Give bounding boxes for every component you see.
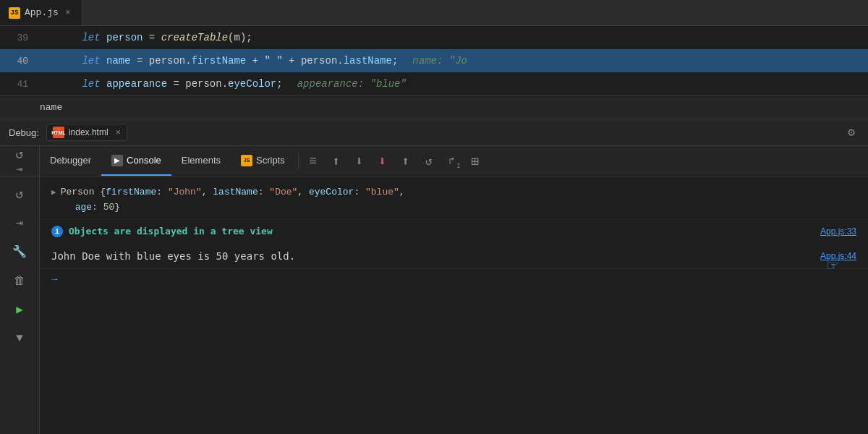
side-panel: ↺ ⇥ 🔧 🗑 ▶ ▼ bbox=[0, 176, 40, 434]
debug-label: Debug: bbox=[9, 127, 39, 138]
code-editor: 39 let person = createTable(m); 40 let n… bbox=[0, 26, 868, 95]
hint-bar-text: name bbox=[40, 102, 62, 113]
var: person bbox=[106, 32, 142, 43]
main-content: ↺ ⇥ 🔧 🗑 ▶ ▼ ▶ Person {firstName: "John",… bbox=[0, 176, 868, 434]
debug-file-name: index.html bbox=[69, 127, 109, 137]
var: name bbox=[106, 55, 131, 67]
property: eyeColor bbox=[228, 78, 276, 90]
keyword: let bbox=[82, 78, 106, 90]
console-object-entry: ▶ Person {firstName: "John", lastName: "… bbox=[40, 182, 868, 219]
console-text-entry: John Doe with blue eyes is 50 years old.… bbox=[40, 244, 868, 268]
toolbar-stepdown-button[interactable]: ⬇ bbox=[371, 150, 394, 173]
info-text: Objects are displayed in a tree view bbox=[69, 226, 273, 237]
toolbar-grid-button[interactable]: ⊞ bbox=[464, 150, 487, 173]
keyword: let bbox=[82, 55, 106, 67]
function-call: createTable bbox=[161, 32, 228, 43]
toolbar-stepup-button[interactable]: ⬆ bbox=[394, 150, 417, 173]
object-line-1: Person {firstName: "John", lastName: "Do… bbox=[61, 185, 859, 200]
toolbar-refresh-button[interactable]: ↺ bbox=[8, 146, 31, 162]
line-content-41: let appearance = person.eyeColor;appeara… bbox=[40, 67, 868, 101]
tab-close-button[interactable]: × bbox=[63, 8, 73, 18]
toolbar-stepinto-button[interactable]: ⬇ bbox=[348, 150, 371, 173]
toolbar-side-controls: ↺ ⇥ bbox=[0, 146, 40, 176]
scripts-js-icon: JS bbox=[241, 155, 252, 166]
debug-tab-close[interactable]: × bbox=[116, 127, 121, 137]
js-file-icon: JS bbox=[9, 7, 20, 19]
console-input-row: → bbox=[40, 268, 868, 289]
toolbar-tabs: Debugger ▶ Console Elements JS Scripts ≡… bbox=[40, 146, 868, 176]
inline-hint: name: "Jo bbox=[412, 55, 467, 67]
console-expand-arrow[interactable]: ▶ bbox=[51, 187, 56, 197]
keyword: let bbox=[82, 32, 106, 43]
line-number-39: 39 bbox=[0, 33, 40, 43]
toolbar-step-next-button[interactable]: ↱ I bbox=[441, 150, 464, 173]
side-step-button[interactable]: ⇥ bbox=[8, 211, 31, 234]
tab-console-label: Console bbox=[127, 155, 161, 166]
side-refresh-button[interactable]: ↺ bbox=[8, 182, 31, 205]
toolbar-stepout-button[interactable]: ⬆ bbox=[325, 150, 348, 173]
console-input-field[interactable] bbox=[63, 273, 862, 284]
tab-debugger[interactable]: Debugger bbox=[40, 146, 101, 176]
tab-console[interactable]: ▶ Console bbox=[101, 146, 171, 176]
tab-label: App.js bbox=[25, 7, 59, 18]
property: firstName bbox=[192, 55, 247, 67]
side-play-button[interactable]: ▶ bbox=[8, 298, 31, 321]
tab-scripts[interactable]: JS Scripts bbox=[231, 146, 295, 176]
toolbar: ↺ ⇥ Debugger ▶ Console Elements JS Scrip… bbox=[0, 146, 868, 176]
console-object-content: Person {firstName: "John", lastName: "Do… bbox=[61, 185, 859, 216]
console-plain-text: John Doe with blue eyes is 50 years old. bbox=[51, 250, 295, 262]
side-delete-button[interactable]: 🗑 bbox=[8, 269, 31, 292]
object-line-2: age: 50} bbox=[61, 200, 859, 216]
console-prompt-arrow: → bbox=[51, 273, 57, 285]
tab-elements[interactable]: Elements bbox=[171, 146, 231, 176]
console-info-entry: i Objects are displayed in a tree view A… bbox=[40, 219, 868, 244]
property: lastName bbox=[344, 55, 392, 67]
info-icon: i bbox=[51, 226, 63, 237]
info-entry-link[interactable]: App.js:33 bbox=[820, 226, 856, 237]
console-arrow-icon: ▶ bbox=[111, 155, 123, 166]
side-wrench-button[interactable]: 🔧 bbox=[8, 240, 31, 263]
toolbar-restart-button[interactable]: ↺ bbox=[417, 150, 441, 173]
html-file-icon: HTML bbox=[53, 127, 64, 138]
toolbar-step-button[interactable]: ⇥ bbox=[8, 162, 31, 176]
toolbar-divider-1 bbox=[298, 153, 299, 170]
tab-elements-label: Elements bbox=[182, 155, 221, 166]
tab-debugger-label: Debugger bbox=[50, 155, 91, 166]
debug-gear-button[interactable]: ⚙ bbox=[843, 124, 859, 140]
toolbar-menu-button[interactable]: ≡ bbox=[302, 150, 325, 173]
console-output: ▶ Person {firstName: "John", lastName: "… bbox=[40, 176, 868, 434]
cursor-hand-icon: ☞ bbox=[826, 257, 839, 274]
tab-scripts-label: Scripts bbox=[256, 155, 285, 166]
side-filter-button[interactable]: ▼ bbox=[8, 327, 31, 350]
code-line-41: 41 let appearance = person.eyeColor;appe… bbox=[0, 72, 868, 95]
debug-file-tab[interactable]: HTML index.html × bbox=[46, 124, 127, 141]
inline-hint-appearance: appearance: "blue" bbox=[297, 78, 407, 90]
var: appearance bbox=[106, 78, 167, 90]
line-number-41: 41 bbox=[0, 79, 40, 90]
text-entry-link[interactable]: App.js:44 ☞ bbox=[820, 251, 856, 261]
line-number-40: 40 bbox=[0, 56, 40, 67]
debug-bar: Debug: HTML index.html × ⚙ bbox=[0, 119, 868, 146]
